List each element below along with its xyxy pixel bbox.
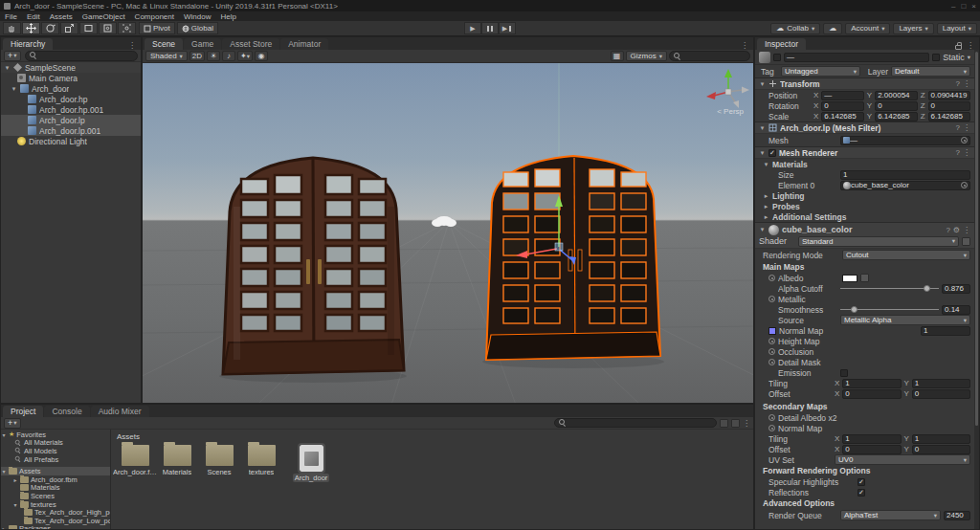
tree-all-materials[interactable]: All Materials	[1, 439, 110, 448]
position-z-field[interactable]: 0.0904419	[928, 91, 970, 100]
materials-size-field[interactable]: 1	[840, 170, 970, 180]
hidden-objects-toggle[interactable]: ◉	[255, 51, 268, 61]
scale-y-field[interactable]: 6.142685	[875, 112, 917, 121]
tree-tex-low-poly[interactable]: Tex_Arch_door_Low_poly	[1, 517, 110, 525]
scrollbar-handle[interactable]	[975, 52, 978, 426]
hierarchy-item-arch-door[interactable]: ▾Arch_door	[1, 83, 141, 94]
component-enabled-checkbox[interactable]	[768, 149, 776, 157]
object-name-field[interactable]: —	[784, 53, 929, 62]
reflections-checkbox[interactable]	[858, 489, 865, 497]
shading-mode-dropdown[interactable]: Shaded▾	[145, 51, 188, 61]
menu-file[interactable]: File	[0, 12, 22, 21]
asset-item-arch-door[interactable]: Arch_door	[293, 445, 329, 482]
render-queue-value-field[interactable]: 2450	[944, 511, 970, 520]
panel-menu-icon[interactable]: ⋮	[967, 41, 974, 50]
play-button[interactable]: ▶	[464, 22, 481, 34]
foldout-icon[interactable]: ▾	[11, 85, 17, 93]
panel-menu-icon[interactable]: ⋮	[128, 41, 136, 50]
foldout-icon[interactable]: ▾	[12, 501, 18, 508]
panel-menu-icon[interactable]: ⋮	[743, 419, 750, 428]
door-model-highpoly[interactable]	[223, 158, 404, 374]
menu-help[interactable]: Help	[215, 12, 240, 21]
scene-audio-toggle[interactable]: ♪	[222, 51, 235, 61]
asset-item-scenes[interactable]: Scenes	[201, 445, 237, 482]
maximize-button[interactable]: □	[961, 2, 966, 11]
menu-assets[interactable]: Assets	[45, 12, 78, 21]
pivot-toggle[interactable]: Pivot	[139, 22, 175, 34]
tiling-x-field[interactable]: 1	[842, 379, 901, 388]
hierarchy-item-scene[interactable]: ▾SampleScene	[1, 62, 141, 73]
help-icon[interactable]: ?	[956, 148, 960, 157]
texture-slot-icon[interactable]	[768, 359, 775, 365]
active-checkbox[interactable]	[773, 54, 781, 61]
asset-item-materials[interactable]: Materials	[159, 445, 195, 482]
color-picker-icon[interactable]	[860, 274, 869, 282]
texture-slot-icon[interactable]	[768, 275, 775, 281]
scene-viewport[interactable]: < Persp	[143, 63, 753, 403]
tab-console[interactable]: Console	[44, 406, 89, 417]
rotation-z-field[interactable]: 0	[928, 101, 970, 111]
object-picker-icon[interactable]	[961, 182, 968, 188]
rotation-y-field[interactable]: 0	[875, 101, 917, 111]
foldout-icon[interactable]: ▾	[1, 431, 7, 438]
camera-projection-label[interactable]: < Persp	[717, 107, 744, 116]
secondary-offset-y-field[interactable]: 0	[912, 445, 970, 454]
materials-foldout[interactable]: ▾Materials	[755, 159, 974, 169]
material-header[interactable]: ▾ cube_base_color ?⚙⋮ Shader Standard▾	[755, 222, 974, 249]
smoothness-source-dropdown[interactable]: Metallic Alpha▾	[840, 315, 970, 325]
project-search[interactable]	[554, 418, 717, 428]
rect-tool-button[interactable]	[79, 22, 98, 34]
component-menu-icon[interactable]: ⋮	[963, 148, 970, 157]
static-checkbox[interactable]	[932, 54, 940, 61]
minimize-button[interactable]: –	[951, 2, 955, 11]
hierarchy-item-arch-door-lp-001[interactable]: Arch_door.lp.001	[1, 125, 141, 136]
hierarchy-item-arch-door-hp-001[interactable]: Arch_door.hp.001	[1, 104, 141, 115]
mesh-object-field[interactable]: —	[840, 136, 970, 145]
lighting-foldout[interactable]: ▸Lighting	[755, 190, 974, 201]
menu-window[interactable]: Window	[179, 12, 215, 21]
asset-item-arch-door-fbm[interactable]: Arch_door.fbm	[117, 445, 153, 482]
presets-icon[interactable]: ⚙	[953, 226, 960, 234]
search-by-type-icon[interactable]	[720, 419, 728, 428]
component-menu-icon[interactable]: ⋮	[963, 123, 970, 132]
lock-icon[interactable]	[955, 45, 962, 50]
help-icon[interactable]: ?	[946, 226, 949, 234]
tab-inspector[interactable]: Inspector	[757, 38, 806, 50]
scale-tool-button[interactable]	[60, 22, 78, 34]
smoothness-field[interactable]: 0.14	[942, 305, 970, 315]
foldout-icon[interactable]: ▾	[759, 80, 766, 88]
cloud-services-button[interactable]: ☁	[823, 23, 842, 34]
orientation-gizmo[interactable]	[706, 69, 749, 108]
caret-icon[interactable]: ▾	[968, 54, 970, 61]
scene-lighting-toggle[interactable]: ☀	[207, 51, 220, 61]
transform-tool-button[interactable]	[99, 22, 117, 34]
transform-component-header[interactable]: ▾ Transform ?⋮	[755, 77, 974, 90]
account-dropdown[interactable]: Account▾	[845, 23, 890, 34]
menu-component[interactable]: Component	[130, 12, 179, 21]
texture-slot-icon[interactable]	[768, 296, 775, 302]
specular-highlights-checkbox[interactable]	[858, 478, 865, 486]
scene-3d-canvas[interactable]	[143, 63, 753, 403]
project-content[interactable]: Assets Arch_door.fbm Materials Scenes te…	[111, 430, 753, 529]
layers-dropdown[interactable]: Layers▾	[893, 23, 933, 34]
texture-slot-icon[interactable]	[768, 414, 775, 421]
object-picker-icon[interactable]	[961, 137, 968, 144]
tab-hierarchy[interactable]: Hierarchy	[3, 38, 53, 50]
tree-scenes[interactable]: Scenes	[1, 492, 110, 500]
component-menu-icon[interactable]: ⋮	[963, 79, 970, 88]
hierarchy-item-main-camera[interactable]: Main Camera	[1, 73, 141, 83]
foldout-icon[interactable]: ▸	[12, 476, 18, 483]
texture-slot-icon[interactable]	[768, 348, 775, 355]
shader-edit-button[interactable]	[962, 237, 970, 246]
rotation-x-field[interactable]: 0	[821, 101, 863, 111]
search-by-label-icon[interactable]	[731, 419, 740, 428]
tree-assets-root[interactable]: ▾Assets	[1, 467, 110, 475]
tree-materials[interactable]: Materials	[1, 484, 110, 493]
rendering-mode-dropdown[interactable]: Cutout▾	[842, 250, 970, 260]
tab-game[interactable]: Game	[184, 38, 221, 50]
tab-asset-store[interactable]: Asset Store	[222, 38, 279, 50]
foldout-icon[interactable]: ▾	[759, 149, 766, 157]
alpha-cutoff-field[interactable]: 0.876	[942, 284, 970, 294]
tree-tex-high-poly[interactable]: Tex_Arch_door_High_poly	[1, 508, 110, 517]
secondary-offset-x-field[interactable]: 0	[842, 445, 901, 454]
